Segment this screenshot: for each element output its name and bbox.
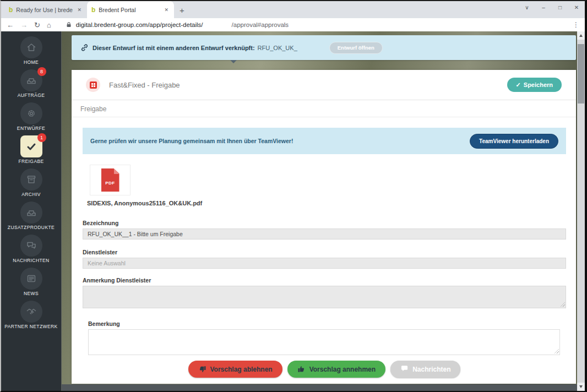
tab-search-icon[interactable]: ∨ [519,1,535,10]
page-footer-strip [62,384,577,391]
tab-title: Bredent Portal [99,7,160,13]
new-tab-button[interactable]: + [180,6,184,15]
tab-close-icon[interactable]: ✕ [163,6,170,14]
handshake-icon [26,306,37,317]
gear-icon [26,108,37,119]
chat-icon [400,365,409,373]
teamviewer-banner: Gerne prüfen wir unsere Planung gemeinsa… [83,128,566,154]
maximize-button[interactable]: □ [552,1,568,10]
window-controls: ∨ – □ ✕ [519,1,585,18]
check-icon: ✓ [516,81,521,89]
linked-draft-notification: Dieser Entwurf ist mit einem anderen Ent… [72,35,576,60]
attachment-filename: SIDEXIS, Anonymous25116_OK&UK.pdf [87,200,566,206]
action-buttons: Vorschlag ablehnen Vorschlag annehmen Na… [83,361,566,378]
card-body: Gerne prüfen wir unsere Planung gemeinsa… [72,128,576,378]
thumbs-down-icon [198,365,206,373]
scrollbar-track[interactable] [577,40,585,383]
reload-icon[interactable]: ↻ [34,21,40,29]
freigabe-card: Fast&Fixed - Freigabe ✓ Speichern Freiga… [72,70,576,384]
grid-icon [90,81,97,89]
app-layout: HOME 8 AUFTRÄGE ENTWÜRFE 1 FREIGABE [1,31,585,391]
sidebar-item-archiv[interactable]: ARCHIV [1,166,61,199]
sidebar-item-home[interactable]: HOME [1,34,61,67]
dienstleister-field[interactable] [83,258,566,269]
linked-draft-name: RFU_OK_UK_ [258,45,297,51]
sidebar-item-auftraege[interactable]: 8 AUFTRÄGE [1,67,61,100]
news-icon [26,273,37,284]
url-text: digital.bredent-group.com/app/project-de… [76,21,203,28]
address-bar[interactable]: digital.bredent-group.com/app/project-de… [58,21,566,28]
collapse-notification-chevron[interactable] [230,60,237,63]
browser-menu-icon[interactable]: ⋮ [573,21,579,29]
sidebar-item-freigabe[interactable]: 1 FREIGABE [1,133,61,166]
teamviewer-text: Gerne prüfen wir unsere Planung gemeinsa… [90,138,293,144]
check-icon [26,141,37,152]
browser-window: b Ready for Use | bredent group G ✕ b Br… [0,0,587,392]
tab-strip: b Ready for Use | bredent group G ✕ b Br… [1,1,585,18]
reject-proposal-button[interactable]: Vorschlag ablehnen [188,361,282,378]
bemerkung-label: Bemerkung [88,320,560,327]
pdf-attachment-tile[interactable]: PDF [90,165,131,195]
box-icon [26,207,37,218]
sidebar-item-news[interactable]: NEWS [1,265,61,298]
pdf-file-icon: PDF [101,168,119,192]
dienstleister-label: Dienstleister [83,249,566,255]
bezeichnung-label: Bezeichnung [83,220,566,226]
minimize-button[interactable]: – [535,1,552,10]
close-button[interactable]: ✕ [568,1,585,10]
inbox-icon [26,75,37,86]
fastfixed-app-icon [86,78,100,92]
page-title: Fast&Fixed - Freigabe [109,81,180,89]
sidebar-item-partner-netzwerk[interactable]: PARTNER NETZWERK [1,298,61,331]
padlock-icon [66,21,72,28]
browser-toolbar: ← → ↻ ⌂ digital.bredent-group.com/app/pr… [1,18,585,31]
accept-proposal-button[interactable]: Vorschlag annehmen [287,361,385,378]
archive-icon [26,174,37,185]
save-button[interactable]: ✓ Speichern [507,78,562,92]
anmerkung-dienstleister-field[interactable] [83,286,566,308]
scroll-down-button[interactable] [577,383,585,391]
bemerkung-group: Bemerkung [88,320,560,355]
scroll-up-button[interactable] [577,31,585,40]
teamviewer-download-button[interactable]: TeamViewer herunterladen [470,134,558,149]
vertical-scrollbar [577,31,585,391]
bredent-favicon: b [91,6,95,14]
tab-title: Ready for Use | bredent group G [16,7,73,13]
home-icon [26,42,37,53]
home-nav-icon[interactable]: ⌂ [47,21,51,29]
card-header: Fast&Fixed - Freigabe ✓ Speichern [72,70,576,100]
tab-close-icon[interactable]: ✕ [76,6,83,14]
scrollbar-thumb[interactable] [578,44,584,104]
auftraege-badge: 8 [37,67,46,76]
sidebar: HOME 8 AUFTRÄGE ENTWÜRFE 1 FREIGABE [1,31,62,391]
main-content: Dieser Entwurf ist mit einem anderen Ent… [62,31,577,391]
section-title: Freigabe [72,100,576,117]
forward-icon[interactable]: → [20,21,28,29]
sidebar-item-zusatzprodukte[interactable]: ZUSATZPRODUKTE [1,199,61,232]
url-fragment: /approval#approvals [232,21,289,28]
arrow-down-icon [579,385,583,388]
sidebar-item-nachrichten[interactable]: NACHRICHTEN [1,232,61,265]
link-icon [80,43,89,52]
chat-bubbles-icon [26,240,37,251]
open-draft-button[interactable]: Entwurf öffnen [329,42,383,54]
browser-tab-bredent-portal[interactable]: b Bredent Portal ✕ [87,1,174,18]
bredent-favicon: b [9,6,13,14]
thumbs-up-icon [297,365,306,373]
sidebar-item-entwuerfe[interactable]: ENTWÜRFE [1,100,61,133]
browser-tab-ready-for-use[interactable]: b Ready for Use | bredent group G ✕ [4,1,87,18]
messages-button[interactable]: Nachrichten [390,361,460,378]
pdf-fold-corner [114,168,119,174]
anmerkung-dienstleister-label: Anmerkung Dienstleister [83,277,566,284]
bemerkung-field[interactable] [88,329,560,355]
arrow-up-icon [579,34,583,37]
freigabe-badge: 1 [37,133,46,142]
notification-text: Dieser Entwurf ist mit einem anderen Ent… [93,45,255,51]
bezeichnung-field[interactable] [83,228,566,239]
back-icon[interactable]: ← [7,21,14,29]
